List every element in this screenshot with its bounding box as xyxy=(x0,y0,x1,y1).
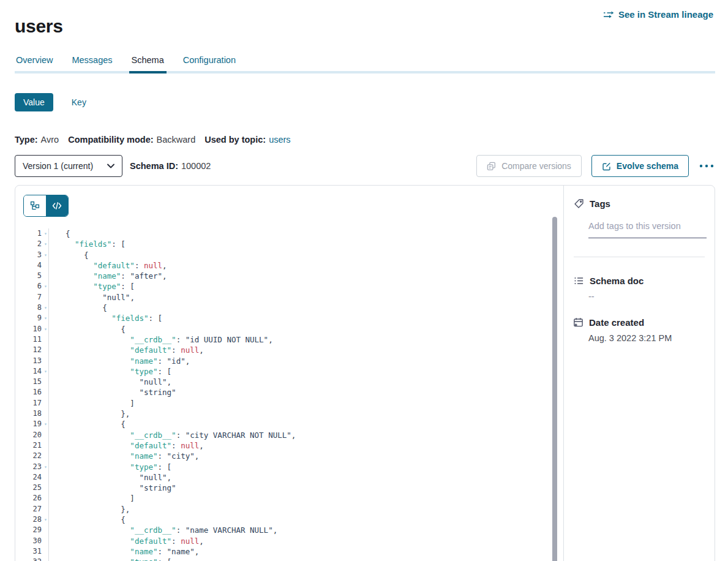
code-line-text: "type": [ xyxy=(48,281,135,292)
evolve-schema-button[interactable]: Evolve schema xyxy=(591,155,689,177)
code-line: 23▾ "type": [ xyxy=(24,462,296,472)
compatibility-label: Compatibility mode: xyxy=(68,135,153,145)
tab-schema[interactable]: Schema xyxy=(130,55,165,71)
code-view-toggle[interactable] xyxy=(46,195,68,216)
code-line: 29 "__crdb__": "name VARCHAR NULL", xyxy=(24,525,296,535)
line-number: 32 xyxy=(24,557,42,561)
code-line: 30 "default": null, xyxy=(24,536,296,546)
edit-icon xyxy=(602,162,611,171)
code-line-text: ] xyxy=(48,493,135,503)
line-number: 4 xyxy=(24,260,42,271)
fold-spacer xyxy=(42,451,48,461)
fold-arrow-icon[interactable]: ▾ xyxy=(42,303,48,313)
code-line: 21 "default": null, xyxy=(24,440,296,451)
code-line: 25 "string" xyxy=(24,483,296,493)
used-by-topic-label: Used by topic: xyxy=(205,135,266,145)
fold-spacer xyxy=(42,440,48,451)
code-line: 27 }, xyxy=(24,504,296,514)
code-line-text: "name": "id", xyxy=(48,356,190,366)
fold-arrow-icon[interactable]: ▾ xyxy=(42,250,48,260)
line-number: 25 xyxy=(24,483,42,493)
code-editor: 1▾{2▾ "fields": [3▾ {4 "default": null,5… xyxy=(24,228,296,561)
schema-id-label: Schema ID: xyxy=(130,161,178,171)
code-line: 8▾ { xyxy=(24,303,296,313)
code-line: 17 ] xyxy=(24,398,296,409)
line-number: 2 xyxy=(24,239,42,249)
line-number: 17 xyxy=(24,398,42,409)
value-mode-button[interactable]: Value xyxy=(15,93,53,111)
line-number: 27 xyxy=(24,504,42,514)
code-line: 11 "__crdb__": "id UUID NOT NULL", xyxy=(24,334,296,345)
code-line: 12 "default": null, xyxy=(24,345,296,355)
key-mode-button[interactable]: Key xyxy=(68,97,90,108)
code-line-text: }, xyxy=(48,409,130,419)
see-in-stream-lineage-link[interactable]: See in Stream lineage xyxy=(603,9,713,20)
tree-view-toggle[interactable] xyxy=(24,195,46,216)
line-number: 22 xyxy=(24,451,42,461)
more-options-button[interactable] xyxy=(698,162,715,170)
line-number: 30 xyxy=(24,536,42,546)
fold-arrow-icon[interactable]: ▾ xyxy=(42,228,48,239)
lineage-link-label: See in Stream lineage xyxy=(618,9,713,20)
type-value: Avro xyxy=(41,135,59,145)
schema-id: Schema ID:100002 xyxy=(130,161,211,171)
code-line-text: "null", xyxy=(48,377,171,387)
tags-section-header: Tags xyxy=(574,198,610,209)
version-select[interactable]: Version 1 (current) xyxy=(15,155,122,177)
code-line-text: "__crdb__": "name VARCHAR NULL", xyxy=(48,525,277,535)
fold-arrow-icon[interactable]: ▾ xyxy=(42,281,48,292)
fold-arrow-icon[interactable]: ▾ xyxy=(42,239,48,249)
schema-panel: 1▾{2▾ "fields": [3▾ {4 "default": null,5… xyxy=(15,185,715,561)
tab-configuration[interactable]: Configuration xyxy=(182,55,237,71)
fold-arrow-icon[interactable]: ▾ xyxy=(42,324,48,334)
fold-spacer xyxy=(42,525,48,535)
fold-spacer xyxy=(42,483,48,493)
fold-spacer xyxy=(42,387,48,397)
fold-spacer xyxy=(42,430,48,440)
fold-spacer xyxy=(42,345,48,355)
code-line: 10▾ { xyxy=(24,324,296,334)
line-number: 23 xyxy=(24,462,42,472)
tab-overview[interactable]: Overview xyxy=(15,55,54,71)
code-scrollbar[interactable] xyxy=(552,217,557,561)
fold-spacer xyxy=(42,260,48,271)
fold-spacer xyxy=(42,356,48,366)
code-line-text: "default": null, xyxy=(48,440,204,451)
code-line: 18 }, xyxy=(24,409,296,419)
fold-arrow-icon[interactable]: ▾ xyxy=(42,557,48,561)
fold-arrow-icon[interactable]: ▾ xyxy=(42,419,48,429)
chevron-down-icon xyxy=(107,164,114,168)
schema-doc-value: -- xyxy=(588,292,595,301)
schema-doc-title: Schema doc xyxy=(590,276,644,286)
tab-messages[interactable]: Messages xyxy=(70,55,113,71)
compare-versions-button[interactable]: Compare versions xyxy=(476,155,582,177)
line-number: 6 xyxy=(24,281,42,292)
line-number: 13 xyxy=(24,356,42,366)
tags-input[interactable] xyxy=(588,217,707,238)
code-line-text: "name": "name", xyxy=(48,546,199,557)
fold-spacer xyxy=(42,504,48,514)
fold-arrow-icon[interactable]: ▾ xyxy=(42,366,48,377)
code-line: 22 "name": "city", xyxy=(24,451,296,461)
compare-button-label: Compare versions xyxy=(501,161,571,171)
stream-lineage-icon xyxy=(603,10,614,19)
fold-arrow-icon[interactable]: ▾ xyxy=(42,462,48,472)
tag-icon xyxy=(574,198,584,209)
tags-title: Tags xyxy=(590,198,610,209)
line-number: 21 xyxy=(24,440,42,451)
code-line-text: { xyxy=(48,228,70,239)
fold-arrow-icon[interactable]: ▾ xyxy=(42,313,48,323)
line-number: 9 xyxy=(24,313,42,323)
date-created-value: Aug. 3 2022 3:21 PM xyxy=(588,333,672,343)
code-line: 3▾ { xyxy=(24,250,296,260)
line-number: 8 xyxy=(24,303,42,313)
calendar-plus-icon xyxy=(573,317,584,328)
section-divider xyxy=(574,257,705,257)
code-line: 19▾ { xyxy=(24,419,296,429)
code-line: 15 "null", xyxy=(24,377,296,387)
topic-link[interactable]: users xyxy=(269,135,290,145)
line-number: 24 xyxy=(24,472,42,483)
fold-arrow-icon[interactable]: ▾ xyxy=(42,514,48,525)
code-line: 28▾ { xyxy=(24,514,296,525)
line-number: 20 xyxy=(24,430,42,440)
